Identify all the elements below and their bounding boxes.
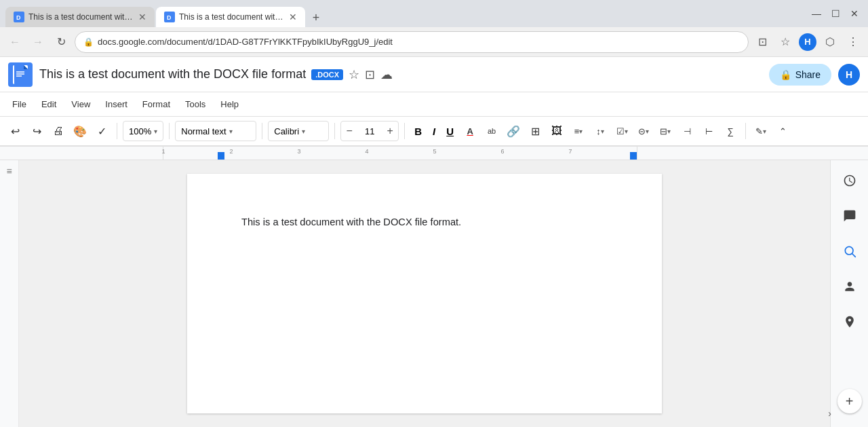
url-bar[interactable]: 🔒 docs.google.com/document/d/1DAD-G8T7Fr… xyxy=(75,31,749,53)
profile-icon[interactable]: H xyxy=(799,33,816,51)
ruler-label-3: 4 xyxy=(365,148,368,155)
zoom-select[interactable]: 100% ▾ xyxy=(123,121,163,141)
tab-favicon-2: D xyxy=(164,12,175,22)
browser-chrome: D This is a test document with the ✕ D T… xyxy=(0,0,868,27)
new-tab-button[interactable]: + xyxy=(307,8,326,27)
menu-bar: File Edit View Insert Format Tools Help xyxy=(0,92,868,117)
menu-insert[interactable]: Insert xyxy=(98,96,134,112)
maximize-button[interactable]: ☐ xyxy=(827,5,844,22)
comments-icon[interactable] xyxy=(837,204,862,228)
search-icon[interactable] xyxy=(837,239,862,263)
share-button[interactable]: 🔒 Share xyxy=(769,64,831,86)
spell-check-button[interactable]: ✓ xyxy=(92,120,111,142)
tab-favicon-1: D xyxy=(14,12,24,22)
font-size-input[interactable] xyxy=(359,126,380,136)
bold-button[interactable]: B xyxy=(410,121,426,141)
zoom-chevron: ▾ xyxy=(154,128,157,135)
menu-format[interactable]: Format xyxy=(136,96,177,112)
text-color-button[interactable]: A xyxy=(460,120,479,142)
share-label: Share xyxy=(795,69,821,80)
font-size-box[interactable]: − + xyxy=(340,121,399,141)
svg-line-9 xyxy=(852,254,855,257)
window-controls: — ☐ ✕ xyxy=(808,5,863,22)
extensions-icon[interactable]: ⬡ xyxy=(821,33,840,52)
menu-help[interactable]: Help xyxy=(214,96,245,112)
align-button[interactable]: ≡▾ xyxy=(569,120,588,142)
menu-edit[interactable]: Edit xyxy=(35,96,63,112)
table-button[interactable]: ⊞ xyxy=(526,120,545,142)
highlight-button[interactable]: ab xyxy=(482,120,501,142)
outline-icon[interactable]: ≡ xyxy=(6,166,12,177)
user-avatar[interactable]: H xyxy=(838,64,860,86)
font-value: Calibri xyxy=(274,126,299,136)
undo-button[interactable]: ↩ xyxy=(5,120,24,142)
forward-button[interactable]: → xyxy=(28,33,47,52)
italic-button[interactable]: I xyxy=(429,121,439,141)
tab-close-1[interactable]: ✕ xyxy=(138,12,146,22)
style-select[interactable]: Normal text ▾ xyxy=(175,121,256,141)
ruler-content: 1 2 3 4 5 6 7 xyxy=(163,147,637,160)
formatting-toolbar: ↩ ↪ 🖨 🎨 ✓ 100% ▾ Normal text ▾ Calibri ▾… xyxy=(0,117,868,147)
cloud-icon[interactable]: ☁ xyxy=(380,67,393,82)
doc-content[interactable]: This is a test document with the DOCX fi… xyxy=(241,215,621,229)
docx-badge[interactable]: .DOCX xyxy=(311,69,343,80)
menu-tools[interactable]: Tools xyxy=(178,96,212,112)
cast-icon[interactable]: ⊡ xyxy=(753,33,772,52)
lock-icon: 🔒 xyxy=(780,69,791,80)
tab-active[interactable]: D This is a test document with the ✕ xyxy=(156,7,305,27)
indent-increase-button[interactable]: ⊢ xyxy=(699,120,718,142)
print-button[interactable]: 🖨 xyxy=(49,120,68,142)
edit-mode-button[interactable]: ✎▾ xyxy=(751,120,770,142)
font-select[interactable]: Calibri ▾ xyxy=(268,121,329,141)
minimize-button[interactable]: — xyxy=(808,5,825,22)
url-text: docs.google.com/document/d/1DAD-G8T7FrYl… xyxy=(98,37,740,47)
doc-canvas-area[interactable]: This is a test document with the DOCX fi… xyxy=(19,160,830,427)
folder-icon[interactable]: ⊡ xyxy=(365,67,375,82)
left-sidebar: ≡ xyxy=(0,160,19,427)
indent-decrease-button[interactable]: ⊣ xyxy=(677,120,696,142)
line-spacing-button[interactable]: ↕▾ xyxy=(591,120,610,142)
people-icon[interactable] xyxy=(837,274,862,299)
docs-logo xyxy=(8,62,33,87)
plus-icon: + xyxy=(846,394,854,409)
ruler-label-1: 2 xyxy=(229,148,233,155)
ruler-label-6: 7 xyxy=(568,148,572,155)
star-icon[interactable]: ☆ xyxy=(349,67,359,82)
tab-close-2[interactable]: ✕ xyxy=(289,12,297,22)
back-button[interactable]: ← xyxy=(5,33,24,52)
redo-button[interactable]: ↪ xyxy=(27,120,46,142)
maps-icon[interactable] xyxy=(837,310,862,334)
numbered-list-button[interactable]: ⊟▾ xyxy=(656,120,675,142)
image-button[interactable]: 🖼 xyxy=(547,120,566,142)
formula-button[interactable]: ∑ xyxy=(721,120,740,142)
expand-toolbar-button[interactable]: ⌃ xyxy=(773,120,792,142)
underline-button[interactable]: U xyxy=(442,121,458,141)
collapse-panel-button[interactable]: › xyxy=(828,408,831,419)
menu-file[interactable]: File xyxy=(5,96,33,112)
menu-view[interactable]: View xyxy=(64,96,97,112)
bullet-list-button[interactable]: ⊝▾ xyxy=(634,120,653,142)
checklist-button[interactable]: ☑▾ xyxy=(612,120,631,142)
plus-button[interactable]: + xyxy=(837,389,862,413)
doc-title-row: This is a test document with the DOCX fi… xyxy=(39,67,762,82)
ruler-right-handle[interactable] xyxy=(630,152,637,160)
decrease-font-button[interactable]: − xyxy=(341,122,357,141)
doc-title: This is a test document with the DOCX fi… xyxy=(39,67,306,81)
separator-2 xyxy=(169,123,170,139)
ruler-label-2: 3 xyxy=(297,148,300,155)
ruler-left-handle[interactable] xyxy=(218,152,224,160)
address-bar: ← → ↻ 🔒 docs.google.com/document/d/1DAD-… xyxy=(0,27,868,57)
link-button[interactable]: 🔗 xyxy=(504,120,523,142)
tab-inactive[interactable]: D This is a test document with the ✕ xyxy=(5,7,155,27)
svg-text:D: D xyxy=(16,14,21,21)
close-button[interactable]: ✕ xyxy=(846,5,863,22)
tab-bar: D This is a test document with the ✕ D T… xyxy=(5,0,326,27)
style-chevron: ▾ xyxy=(229,128,233,135)
increase-font-button[interactable]: + xyxy=(382,122,398,141)
bookmark-star-icon[interactable]: ☆ xyxy=(776,33,795,52)
more-options-icon[interactable]: ⋮ xyxy=(844,33,863,52)
version-history-icon[interactable] xyxy=(837,168,862,193)
app-body: ≡ This is a test document with the DOCX … xyxy=(0,160,868,427)
paint-format-button[interactable]: 🎨 xyxy=(71,120,90,142)
refresh-button[interactable]: ↻ xyxy=(52,33,71,52)
